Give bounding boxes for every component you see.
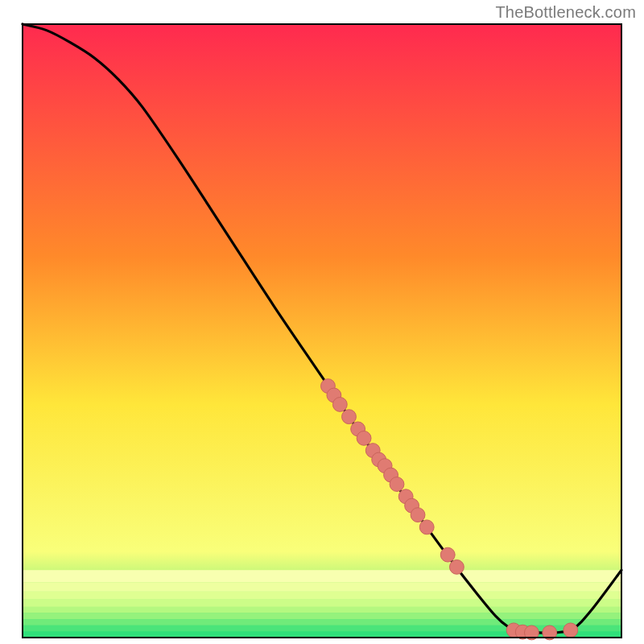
data-marker-14: [419, 520, 434, 535]
plot-area: [23, 24, 621, 640]
data-marker-3: [342, 410, 357, 424]
bottom-band-1: [23, 582, 621, 591]
bottom-band-0: [23, 570, 621, 582]
bottleneck-chart: [0, 0, 644, 644]
data-marker-10: [390, 477, 404, 492]
chart-container: { "attribution": "TheBottleneck.com", "c…: [0, 0, 644, 644]
data-marker-21: [564, 623, 578, 638]
bottom-band-5: [23, 613, 621, 620]
data-marker-15: [440, 547, 455, 562]
bottom-band-4: [23, 607, 621, 613]
bottom-band-2: [23, 592, 621, 600]
bottom-band-6: [23, 619, 621, 625]
bottom-band-3: [23, 600, 621, 607]
data-marker-16: [449, 559, 464, 574]
data-marker-2: [332, 398, 347, 412]
data-marker-13: [411, 508, 425, 522]
gradient-background: [23, 24, 621, 638]
data-marker-5: [357, 431, 371, 445]
attribution-text: TheBottleneck.com: [495, 3, 636, 22]
